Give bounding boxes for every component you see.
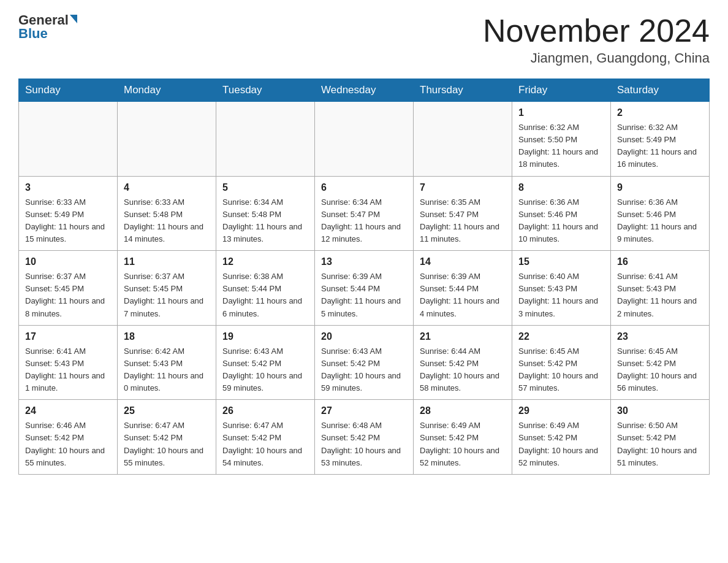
day-number: 4	[124, 180, 210, 195]
calendar-cell: 14Sunrise: 6:39 AM Sunset: 5:44 PM Dayli…	[414, 251, 512, 326]
calendar-week-row: 10Sunrise: 6:37 AM Sunset: 5:45 PM Dayli…	[19, 251, 710, 326]
calendar-cell	[118, 102, 216, 177]
calendar-header-row: Sunday Monday Tuesday Wednesday Thursday…	[19, 79, 710, 102]
calendar-cell: 6Sunrise: 6:34 AM Sunset: 5:47 PM Daylig…	[315, 176, 414, 251]
day-info: Sunrise: 6:41 AM Sunset: 5:43 PM Dayligh…	[25, 345, 111, 395]
day-number: 15	[518, 255, 604, 269]
calendar-cell: 20Sunrise: 6:43 AM Sunset: 5:42 PM Dayli…	[315, 325, 414, 400]
calendar-table: Sunday Monday Tuesday Wednesday Thursday…	[18, 79, 710, 475]
day-number: 2	[617, 105, 703, 120]
day-number: 26	[222, 404, 308, 418]
calendar-cell: 22Sunrise: 6:45 AM Sunset: 5:42 PM Dayli…	[512, 325, 611, 400]
day-number: 18	[124, 329, 210, 344]
title-area: November 2024 Jiangmen, Guangdong, China	[483, 12, 710, 66]
day-number: 9	[617, 180, 703, 195]
calendar-cell	[414, 102, 512, 177]
day-number: 17	[25, 329, 111, 344]
day-number: 21	[420, 329, 506, 344]
day-info: Sunrise: 6:36 AM Sunset: 5:46 PM Dayligh…	[617, 196, 703, 246]
day-info: Sunrise: 6:37 AM Sunset: 5:45 PM Dayligh…	[25, 270, 111, 320]
calendar-cell: 29Sunrise: 6:49 AM Sunset: 5:42 PM Dayli…	[512, 400, 611, 475]
day-number: 13	[321, 255, 407, 269]
day-info: Sunrise: 6:38 AM Sunset: 5:44 PM Dayligh…	[222, 270, 308, 320]
day-info: Sunrise: 6:46 AM Sunset: 5:42 PM Dayligh…	[25, 419, 111, 469]
day-number: 1	[518, 105, 604, 120]
day-number: 23	[617, 329, 703, 344]
calendar-cell: 18Sunrise: 6:42 AM Sunset: 5:43 PM Dayli…	[118, 325, 216, 400]
day-info: Sunrise: 6:45 AM Sunset: 5:42 PM Dayligh…	[617, 345, 703, 395]
day-number: 22	[518, 329, 604, 344]
day-info: Sunrise: 6:32 AM Sunset: 5:50 PM Dayligh…	[518, 121, 604, 171]
calendar-cell: 2Sunrise: 6:32 AM Sunset: 5:49 PM Daylig…	[611, 102, 710, 177]
header-monday: Monday	[118, 79, 216, 102]
header-sunday: Sunday	[19, 79, 118, 102]
day-info: Sunrise: 6:47 AM Sunset: 5:42 PM Dayligh…	[222, 419, 308, 469]
calendar-week-row: 3Sunrise: 6:33 AM Sunset: 5:49 PM Daylig…	[19, 176, 710, 251]
day-info: Sunrise: 6:33 AM Sunset: 5:48 PM Dayligh…	[124, 196, 210, 246]
day-info: Sunrise: 6:39 AM Sunset: 5:44 PM Dayligh…	[321, 270, 407, 320]
day-info: Sunrise: 6:34 AM Sunset: 5:48 PM Dayligh…	[222, 196, 308, 246]
day-info: Sunrise: 6:43 AM Sunset: 5:42 PM Dayligh…	[321, 345, 407, 395]
day-info: Sunrise: 6:45 AM Sunset: 5:42 PM Dayligh…	[518, 345, 604, 395]
calendar-cell: 27Sunrise: 6:48 AM Sunset: 5:42 PM Dayli…	[315, 400, 414, 475]
day-number: 7	[420, 180, 506, 195]
day-number: 25	[124, 404, 210, 418]
calendar-cell: 9Sunrise: 6:36 AM Sunset: 5:46 PM Daylig…	[611, 176, 710, 251]
calendar-cell: 7Sunrise: 6:35 AM Sunset: 5:47 PM Daylig…	[414, 176, 512, 251]
calendar-cell	[216, 102, 315, 177]
calendar-cell: 24Sunrise: 6:46 AM Sunset: 5:42 PM Dayli…	[19, 400, 118, 475]
month-title: November 2024	[483, 12, 710, 49]
logo-blue-text: Blue	[18, 26, 48, 42]
day-number: 27	[321, 404, 407, 418]
logo-arrow-icon	[70, 15, 77, 23]
day-info: Sunrise: 6:49 AM Sunset: 5:42 PM Dayligh…	[518, 419, 604, 469]
header-wednesday: Wednesday	[315, 79, 414, 102]
calendar-week-row: 1Sunrise: 6:32 AM Sunset: 5:50 PM Daylig…	[19, 102, 710, 177]
day-info: Sunrise: 6:49 AM Sunset: 5:42 PM Dayligh…	[420, 419, 506, 469]
day-info: Sunrise: 6:33 AM Sunset: 5:49 PM Dayligh…	[25, 196, 111, 246]
calendar-cell: 16Sunrise: 6:41 AM Sunset: 5:43 PM Dayli…	[611, 251, 710, 326]
day-number: 5	[222, 180, 308, 195]
day-number: 3	[25, 180, 111, 195]
calendar-cell: 19Sunrise: 6:43 AM Sunset: 5:42 PM Dayli…	[216, 325, 315, 400]
calendar-cell: 10Sunrise: 6:37 AM Sunset: 5:45 PM Dayli…	[19, 251, 118, 326]
calendar-cell: 13Sunrise: 6:39 AM Sunset: 5:44 PM Dayli…	[315, 251, 414, 326]
calendar-cell: 4Sunrise: 6:33 AM Sunset: 5:48 PM Daylig…	[118, 176, 216, 251]
day-number: 14	[420, 255, 506, 269]
calendar-cell: 17Sunrise: 6:41 AM Sunset: 5:43 PM Dayli…	[19, 325, 118, 400]
day-info: Sunrise: 6:40 AM Sunset: 5:43 PM Dayligh…	[518, 270, 604, 320]
day-info: Sunrise: 6:48 AM Sunset: 5:42 PM Dayligh…	[321, 419, 407, 469]
calendar-cell: 26Sunrise: 6:47 AM Sunset: 5:42 PM Dayli…	[216, 400, 315, 475]
calendar-cell: 15Sunrise: 6:40 AM Sunset: 5:43 PM Dayli…	[512, 251, 611, 326]
day-number: 10	[25, 255, 111, 269]
day-info: Sunrise: 6:36 AM Sunset: 5:46 PM Dayligh…	[518, 196, 604, 246]
calendar-cell: 3Sunrise: 6:33 AM Sunset: 5:49 PM Daylig…	[19, 176, 118, 251]
day-number: 28	[420, 404, 506, 418]
day-info: Sunrise: 6:35 AM Sunset: 5:47 PM Dayligh…	[420, 196, 506, 246]
calendar-cell: 28Sunrise: 6:49 AM Sunset: 5:42 PM Dayli…	[414, 400, 512, 475]
day-number: 12	[222, 255, 308, 269]
calendar-cell: 8Sunrise: 6:36 AM Sunset: 5:46 PM Daylig…	[512, 176, 611, 251]
day-number: 16	[617, 255, 703, 269]
day-info: Sunrise: 6:47 AM Sunset: 5:42 PM Dayligh…	[124, 419, 210, 469]
day-number: 6	[321, 180, 407, 195]
day-info: Sunrise: 6:41 AM Sunset: 5:43 PM Dayligh…	[617, 270, 703, 320]
day-number: 8	[518, 180, 604, 195]
header-tuesday: Tuesday	[216, 79, 315, 102]
calendar-cell: 12Sunrise: 6:38 AM Sunset: 5:44 PM Dayli…	[216, 251, 315, 326]
day-number: 11	[124, 255, 210, 269]
calendar-cell: 21Sunrise: 6:44 AM Sunset: 5:42 PM Dayli…	[414, 325, 512, 400]
logo-area: General Blue	[18, 12, 77, 42]
day-number: 29	[518, 404, 604, 418]
day-info: Sunrise: 6:37 AM Sunset: 5:45 PM Dayligh…	[124, 270, 210, 320]
calendar-cell: 11Sunrise: 6:37 AM Sunset: 5:45 PM Dayli…	[118, 251, 216, 326]
calendar-week-row: 17Sunrise: 6:41 AM Sunset: 5:43 PM Dayli…	[19, 325, 710, 400]
calendar-cell: 23Sunrise: 6:45 AM Sunset: 5:42 PM Dayli…	[611, 325, 710, 400]
calendar-cell: 5Sunrise: 6:34 AM Sunset: 5:48 PM Daylig…	[216, 176, 315, 251]
day-info: Sunrise: 6:34 AM Sunset: 5:47 PM Dayligh…	[321, 196, 407, 246]
calendar-cell: 30Sunrise: 6:50 AM Sunset: 5:42 PM Dayli…	[611, 400, 710, 475]
day-info: Sunrise: 6:44 AM Sunset: 5:42 PM Dayligh…	[420, 345, 506, 395]
calendar-cell	[19, 102, 118, 177]
header: General Blue November 2024 Jiangmen, Gua…	[18, 12, 710, 66]
calendar-week-row: 24Sunrise: 6:46 AM Sunset: 5:42 PM Dayli…	[19, 400, 710, 475]
